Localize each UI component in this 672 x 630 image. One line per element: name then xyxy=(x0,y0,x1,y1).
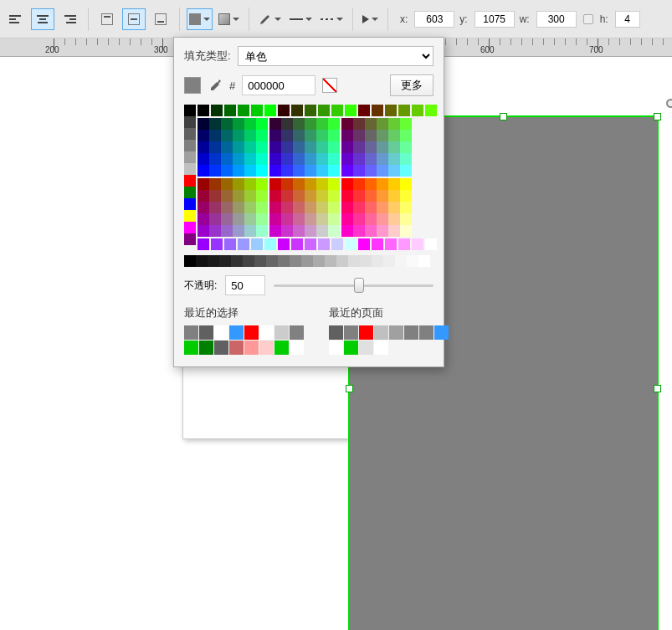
color-swatch[interactable] xyxy=(281,225,293,237)
color-swatch[interactable] xyxy=(377,213,388,225)
color-swatch[interactable] xyxy=(209,202,221,213)
color-swatch[interactable] xyxy=(293,118,305,130)
color-swatch[interactable] xyxy=(400,202,412,213)
color-swatch[interactable] xyxy=(221,202,233,213)
color-swatch[interactable] xyxy=(341,130,353,141)
color-swatch[interactable] xyxy=(196,255,208,267)
color-swatch[interactable] xyxy=(372,238,383,250)
color-swatch[interactable] xyxy=(404,325,418,340)
color-swatch[interactable] xyxy=(184,105,196,116)
color-swatch[interactable] xyxy=(290,341,304,355)
rotate-handle[interactable] xyxy=(666,99,672,108)
color-swatch[interactable] xyxy=(331,238,343,250)
color-swatch[interactable] xyxy=(353,202,365,213)
color-swatch[interactable] xyxy=(360,255,372,267)
color-swatch[interactable] xyxy=(184,187,196,198)
color-swatch[interactable] xyxy=(244,202,256,213)
color-swatch[interactable] xyxy=(388,225,400,237)
eyedropper-icon[interactable] xyxy=(208,78,223,93)
color-swatch[interactable] xyxy=(221,130,233,141)
color-swatch[interactable] xyxy=(269,141,281,153)
y-input[interactable] xyxy=(475,11,515,28)
color-swatch[interactable] xyxy=(243,255,254,267)
color-swatch[interactable] xyxy=(208,255,219,267)
color-swatch[interactable] xyxy=(197,130,209,141)
color-swatch[interactable] xyxy=(353,213,365,225)
color-swatch[interactable] xyxy=(316,178,328,190)
color-swatch[interactable] xyxy=(269,118,281,130)
color-swatch[interactable] xyxy=(256,178,268,190)
color-swatch[interactable] xyxy=(269,213,281,225)
color-swatch[interactable] xyxy=(365,202,377,213)
color-swatch[interactable] xyxy=(233,141,244,153)
color-swatch[interactable] xyxy=(341,153,353,165)
color-swatch[interactable] xyxy=(328,190,340,202)
color-swatch[interactable] xyxy=(184,341,198,355)
color-swatch[interactable] xyxy=(365,141,377,153)
opacity-slider-thumb[interactable] xyxy=(354,278,364,293)
color-swatch[interactable] xyxy=(348,255,360,267)
color-swatch[interactable] xyxy=(251,105,263,116)
color-swatch[interactable] xyxy=(400,141,412,153)
color-swatch[interactable] xyxy=(400,153,412,165)
color-swatch[interactable] xyxy=(244,190,256,202)
w-input[interactable] xyxy=(536,11,577,28)
color-swatch[interactable] xyxy=(353,153,365,165)
color-swatch[interactable] xyxy=(184,151,196,163)
color-swatch[interactable] xyxy=(344,325,358,340)
color-swatch[interactable] xyxy=(233,190,244,202)
color-swatch[interactable] xyxy=(418,255,430,267)
color-swatch[interactable] xyxy=(398,238,410,250)
color-swatch[interactable] xyxy=(388,153,400,165)
color-swatch[interactable] xyxy=(244,213,256,225)
color-swatch[interactable] xyxy=(316,165,328,177)
color-swatch[interactable] xyxy=(293,153,305,165)
color-swatch[interactable] xyxy=(197,105,209,116)
valign-middle-button[interactable] xyxy=(122,8,146,30)
color-swatch[interactable] xyxy=(281,165,293,177)
color-swatch[interactable] xyxy=(331,105,343,116)
color-swatch[interactable] xyxy=(305,213,316,225)
color-swatch[interactable] xyxy=(184,233,196,245)
color-swatch[interactable] xyxy=(197,238,209,250)
color-swatch[interactable] xyxy=(400,130,412,141)
color-swatch[interactable] xyxy=(184,140,196,151)
color-swatch[interactable] xyxy=(214,325,228,340)
color-swatch[interactable] xyxy=(293,178,305,190)
color-swatch[interactable] xyxy=(345,238,357,250)
color-swatch[interactable] xyxy=(197,153,209,165)
color-swatch[interactable] xyxy=(358,238,370,250)
color-swatch[interactable] xyxy=(341,118,353,130)
color-swatch[interactable] xyxy=(365,118,377,130)
color-swatch[interactable] xyxy=(209,213,221,225)
color-swatch[interactable] xyxy=(244,178,256,190)
color-swatch[interactable] xyxy=(358,105,370,116)
color-swatch[interactable] xyxy=(305,238,316,250)
color-swatch[interactable] xyxy=(199,341,213,355)
color-swatch[interactable] xyxy=(353,141,365,153)
color-swatch[interactable] xyxy=(328,178,340,190)
color-swatch[interactable] xyxy=(318,105,330,116)
color-swatch[interactable] xyxy=(233,213,244,225)
color-swatch[interactable] xyxy=(419,325,433,340)
color-swatch[interactable] xyxy=(434,325,449,340)
color-swatch[interactable] xyxy=(305,105,316,116)
color-swatch[interactable] xyxy=(184,175,196,187)
color-swatch[interactable] xyxy=(316,202,328,213)
color-swatch[interactable] xyxy=(244,130,256,141)
color-swatch[interactable] xyxy=(377,153,388,165)
color-swatch[interactable] xyxy=(269,178,281,190)
color-swatch[interactable] xyxy=(184,163,196,175)
color-swatch[interactable] xyxy=(341,165,353,177)
color-swatch[interactable] xyxy=(377,178,388,190)
color-swatch[interactable] xyxy=(274,325,289,340)
color-swatch[interactable] xyxy=(388,130,400,141)
no-fill-button[interactable] xyxy=(322,78,337,93)
color-swatch[interactable] xyxy=(209,190,221,202)
valign-bottom-button[interactable] xyxy=(149,8,172,30)
color-swatch[interactable] xyxy=(211,238,223,250)
color-swatch[interactable] xyxy=(325,255,336,267)
color-swatch[interactable] xyxy=(291,105,303,116)
color-swatch[interactable] xyxy=(221,178,233,190)
color-swatch[interactable] xyxy=(328,225,340,237)
